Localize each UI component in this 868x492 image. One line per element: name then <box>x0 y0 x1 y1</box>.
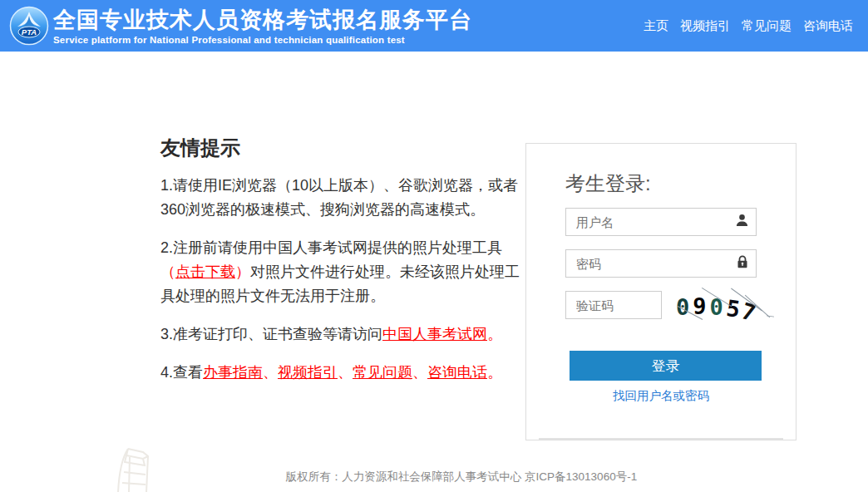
tips-title: 友情提示 <box>160 135 528 161</box>
user-icon <box>735 214 749 231</box>
tip-photo-paren-open: （ <box>160 263 175 280</box>
nav-video-guide-link[interactable]: 视频指引 <box>680 18 730 34</box>
site-subtitle: Service platform for National Profession… <box>53 35 472 45</box>
nav-home-link[interactable]: 主页 <box>644 18 668 34</box>
nav-hotline-link[interactable]: 咨询电话 <box>803 18 853 34</box>
faq-link[interactable]: 常见问题 <box>353 364 412 381</box>
tip-cpta: 3.准考证打印、证书查验等请访问中国人事考试网。 <box>160 322 528 347</box>
site-logo-icon: PTA <box>9 6 49 46</box>
captcha-field <box>565 291 662 319</box>
password-field <box>565 249 757 278</box>
username-field <box>565 208 757 236</box>
captcha-input[interactable] <box>565 291 662 319</box>
tip-browser-text: 1.请使用IE浏览器（10以上版本）、谷歌浏览器，或者360浏览器的极速模式、搜… <box>160 177 518 218</box>
tip-resources: 4.查看办事指南、视频指引、常见问题、咨询电话。 <box>160 361 528 385</box>
tip-photo-paren-close: ） <box>235 263 250 280</box>
nav-faq-link[interactable]: 常见问题 <box>742 18 792 34</box>
captcha-image[interactable]: 09057 <box>676 291 774 322</box>
header: PTA 全国专业技术人员资格考试报名服务平台 Service platform … <box>0 0 868 52</box>
tip-browser: 1.请使用IE浏览器（10以上版本）、谷歌浏览器，或者360浏览器的极速模式、搜… <box>160 174 528 222</box>
captcha-row: 09057 <box>565 291 774 322</box>
separator: 、 <box>263 364 278 381</box>
separator: 、 <box>412 364 427 381</box>
tip-photo-tool: 2.注册前请使用中国人事考试网提供的照片处理工具（点击下载）对照片文件进行处理。… <box>160 236 528 308</box>
login-panel: 考生登录: 09057 <box>525 143 796 440</box>
video-guide-link[interactable]: 视频指引 <box>278 364 338 381</box>
password-input[interactable] <box>565 249 757 278</box>
page: { "header": { "logo": { "abbr": "PTA" },… <box>0 0 868 492</box>
username-input[interactable] <box>565 208 757 236</box>
tip-photo-pre: 2.注册前请使用中国人事考试网提供的照片处理工具 <box>160 239 502 256</box>
logo-abbr: PTA <box>22 27 37 37</box>
forgot-credentials-link[interactable]: 找回用户名或密码 <box>565 388 757 404</box>
tip-resources-period: 。 <box>487 364 502 381</box>
friendly-tips-section: 友情提示 1.请使用IE浏览器（10以上版本）、谷歌浏览器，或者360浏览器的极… <box>160 135 528 399</box>
copyright-text: 版权所有：人力资源和社会保障部人事考试中心 京ICP备13013060号-1 <box>286 470 637 483</box>
header-titles: 全国专业技术人员资格考试报名服务平台 Service platform for … <box>53 7 472 45</box>
separator: 、 <box>338 364 353 381</box>
footer: 版权所有：人力资源和社会保障部人事考试中心 京ICP备13013060号-1 <box>0 470 868 485</box>
download-photo-tool-link[interactable]: 点击下载 <box>175 263 235 280</box>
tip-resources-pre: 4.查看 <box>160 364 203 381</box>
lock-icon <box>736 255 749 273</box>
guide-link[interactable]: 办事指南 <box>203 364 263 381</box>
captcha-noise-line <box>767 315 774 317</box>
header-nav: 主页 视频指引 常见问题 咨询电话 <box>644 18 853 34</box>
tip-cpta-period: 。 <box>487 326 502 342</box>
hotline-link[interactable]: 咨询电话 <box>427 364 487 381</box>
site-title: 全国专业技术人员资格考试报名服务平台 <box>53 7 472 32</box>
login-title: 考生登录: <box>565 170 757 197</box>
tip-cpta-pre: 3.准考证打印、证书查验等请访问 <box>160 326 382 342</box>
cpta-website-link[interactable]: 中国人事考试网 <box>382 326 487 342</box>
login-button[interactable]: 登录 <box>570 351 762 381</box>
